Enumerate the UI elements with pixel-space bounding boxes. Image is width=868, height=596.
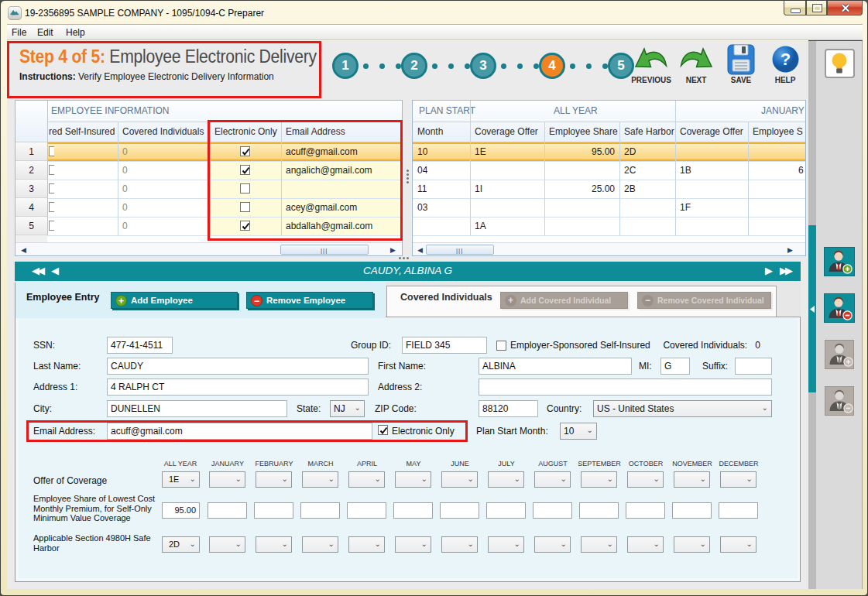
svg-text:?: ? (781, 50, 791, 69)
